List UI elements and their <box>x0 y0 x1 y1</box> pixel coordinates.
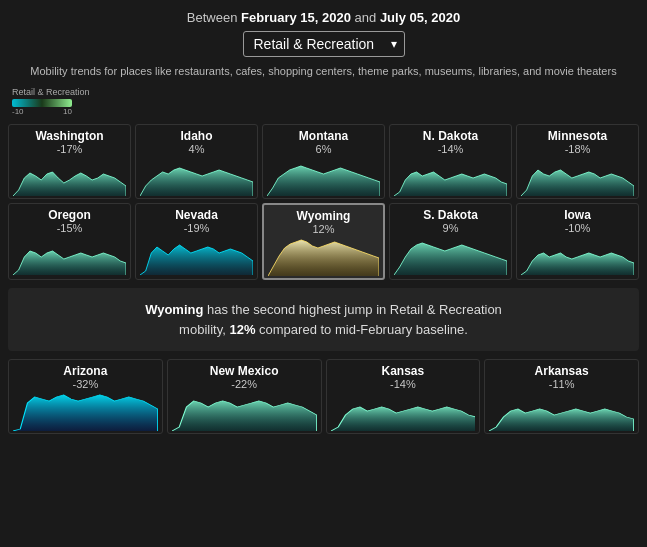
state-card-sdakota[interactable]: S. Dakota 9% <box>389 203 512 280</box>
chart-arkansas <box>489 393 634 431</box>
state-card-arkansas[interactable]: Arkansas -11% <box>484 359 639 434</box>
info-text3: compared to mid-February baseline. <box>255 322 467 337</box>
info-text1: has the second highest jump in Retail & … <box>203 302 501 317</box>
category-subtitle: Mobility trends for places like restaura… <box>0 65 647 77</box>
info-text2: mobility, <box>179 322 229 337</box>
date-range-header: Between February 15, 2020 and July 05, 2… <box>0 0 647 31</box>
chart-wyoming <box>268 238 379 276</box>
info-box: Wyoming has the second highest jump in R… <box>8 288 639 351</box>
legend-ticks: -10 10 <box>12 107 72 116</box>
chart-iowa <box>521 237 634 275</box>
legend-gradient <box>12 99 72 107</box>
chart-idaho <box>140 158 253 196</box>
legend-min: -10 <box>12 107 24 116</box>
chart-newmexico <box>172 393 317 431</box>
legend-area: Retail & Recreation -10 10 <box>0 85 647 122</box>
state-card-oregon[interactable]: Oregon -15% <box>8 203 131 280</box>
state-card-wyoming[interactable]: Wyoming 12% <box>262 203 385 280</box>
state-card-idaho[interactable]: Idaho 4% <box>135 124 258 199</box>
state-card-montana[interactable]: Montana 6% <box>262 124 385 199</box>
chart-arizona <box>13 393 158 431</box>
chart-ndakota <box>394 158 507 196</box>
state-card-kansas[interactable]: Kansas -14% <box>326 359 481 434</box>
dropdown-wrapper[interactable]: Retail & Recreation Grocery & Pharmacy P… <box>243 31 405 57</box>
category-select[interactable]: Retail & Recreation Grocery & Pharmacy P… <box>243 31 405 57</box>
chart-nevada <box>140 237 253 275</box>
chart-kansas <box>331 393 476 431</box>
chart-sdakota <box>394 237 507 275</box>
state-card-nevada[interactable]: Nevada -19% <box>135 203 258 280</box>
state-card-minnesota[interactable]: Minnesota -18% <box>516 124 639 199</box>
state-card-iowa[interactable]: Iowa -10% <box>516 203 639 280</box>
states-row2: Oregon -15% Nevada -19% Wyoming 12% <box>0 201 647 282</box>
legend-max: 10 <box>63 107 72 116</box>
state-card-washington[interactable]: Washington -17% <box>8 124 131 199</box>
info-state: Wyoming <box>145 302 203 317</box>
chart-washington <box>13 158 126 196</box>
states-row3: Arizona -32% New Mexico -22% Kansas -14% <box>0 357 647 436</box>
chart-oregon <box>13 237 126 275</box>
chart-montana <box>267 158 380 196</box>
states-row1: Washington -17% Idaho 4% Montana 6% <box>0 122 647 201</box>
legend-label: Retail & Recreation <box>12 87 635 97</box>
state-card-newmexico[interactable]: New Mexico -22% <box>167 359 322 434</box>
state-card-ndakota[interactable]: N. Dakota -14% <box>389 124 512 199</box>
category-dropdown-container: Retail & Recreation Grocery & Pharmacy P… <box>0 31 647 57</box>
state-card-arizona[interactable]: Arizona -32% <box>8 359 163 434</box>
chart-minnesota <box>521 158 634 196</box>
info-pct: 12% <box>229 322 255 337</box>
